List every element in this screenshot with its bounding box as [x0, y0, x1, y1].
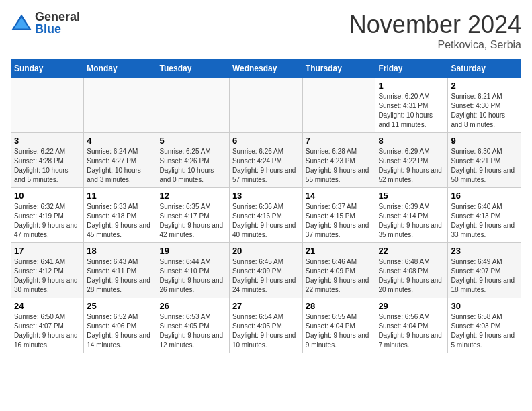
day-number: 25	[87, 301, 153, 311]
calendar-cell: 28Sunrise: 6:55 AM Sunset: 4:04 PM Dayli…	[302, 298, 375, 353]
calendar-cell: 8Sunrise: 6:29 AM Sunset: 4:22 PM Daylig…	[375, 133, 448, 188]
weekday-header: Tuesday	[157, 60, 229, 78]
title-block: November 2024 Petkovica, Serbia	[349, 11, 521, 51]
day-number: 7	[306, 136, 373, 146]
day-info: Sunrise: 6:26 AM Sunset: 4:24 PM Dayligh…	[232, 147, 300, 185]
calendar-cell	[302, 78, 375, 133]
calendar-cell	[157, 78, 229, 133]
day-number: 13	[232, 191, 300, 201]
day-info: Sunrise: 6:25 AM Sunset: 4:26 PM Dayligh…	[160, 147, 226, 185]
day-number: 26	[160, 301, 226, 311]
weekday-row: SundayMondayTuesdayWednesdayThursdayFrid…	[11, 60, 521, 78]
day-info: Sunrise: 6:39 AM Sunset: 4:14 PM Dayligh…	[378, 202, 445, 240]
calendar-cell: 21Sunrise: 6:46 AM Sunset: 4:09 PM Dayli…	[302, 243, 375, 298]
day-number: 22	[378, 246, 445, 256]
calendar-cell: 10Sunrise: 6:32 AM Sunset: 4:19 PM Dayli…	[11, 188, 84, 243]
calendar-cell: 25Sunrise: 6:52 AM Sunset: 4:06 PM Dayli…	[84, 298, 157, 353]
calendar-week: 10Sunrise: 6:32 AM Sunset: 4:19 PM Dayli…	[11, 188, 521, 243]
calendar: SundayMondayTuesdayWednesdayThursdayFrid…	[11, 59, 521, 353]
day-number: 20	[232, 246, 300, 256]
calendar-cell: 7Sunrise: 6:28 AM Sunset: 4:23 PM Daylig…	[302, 133, 375, 188]
day-info: Sunrise: 6:48 AM Sunset: 4:08 PM Dayligh…	[378, 257, 445, 295]
day-info: Sunrise: 6:45 AM Sunset: 4:09 PM Dayligh…	[232, 257, 300, 295]
calendar-cell: 13Sunrise: 6:36 AM Sunset: 4:16 PM Dayli…	[229, 188, 302, 243]
day-number: 3	[14, 136, 81, 146]
location: Petkovica, Serbia	[349, 39, 521, 51]
day-number: 8	[378, 136, 445, 146]
day-number: 28	[306, 301, 373, 311]
day-info: Sunrise: 6:33 AM Sunset: 4:18 PM Dayligh…	[87, 202, 153, 240]
logo: General Blue	[11, 11, 80, 35]
weekday-header: Thursday	[302, 60, 375, 78]
calendar-cell: 27Sunrise: 6:54 AM Sunset: 4:05 PM Dayli…	[229, 298, 302, 353]
page-header: General Blue November 2024 Petkovica, Se…	[11, 11, 521, 51]
day-number: 5	[160, 136, 226, 146]
calendar-cell: 19Sunrise: 6:44 AM Sunset: 4:10 PM Dayli…	[157, 243, 229, 298]
day-number: 18	[87, 246, 153, 256]
calendar-cell: 5Sunrise: 6:25 AM Sunset: 4:26 PM Daylig…	[157, 133, 229, 188]
day-info: Sunrise: 6:52 AM Sunset: 4:06 PM Dayligh…	[87, 312, 153, 350]
day-info: Sunrise: 6:53 AM Sunset: 4:05 PM Dayligh…	[160, 312, 226, 350]
day-info: Sunrise: 6:30 AM Sunset: 4:21 PM Dayligh…	[451, 147, 518, 185]
day-number: 30	[451, 301, 518, 311]
day-info: Sunrise: 6:24 AM Sunset: 4:27 PM Dayligh…	[87, 147, 153, 185]
day-info: Sunrise: 6:54 AM Sunset: 4:05 PM Dayligh…	[232, 312, 300, 350]
calendar-week: 24Sunrise: 6:50 AM Sunset: 4:07 PM Dayli…	[11, 298, 521, 353]
day-info: Sunrise: 6:46 AM Sunset: 4:09 PM Dayligh…	[306, 257, 373, 295]
calendar-cell: 2Sunrise: 6:21 AM Sunset: 4:30 PM Daylig…	[448, 78, 521, 133]
day-number: 12	[160, 191, 226, 201]
day-info: Sunrise: 6:50 AM Sunset: 4:07 PM Dayligh…	[14, 312, 81, 350]
day-number: 17	[14, 246, 81, 256]
day-number: 2	[451, 81, 518, 91]
day-info: Sunrise: 6:29 AM Sunset: 4:22 PM Dayligh…	[378, 147, 445, 185]
weekday-header: Wednesday	[229, 60, 302, 78]
calendar-cell: 22Sunrise: 6:48 AM Sunset: 4:08 PM Dayli…	[375, 243, 448, 298]
calendar-cell: 29Sunrise: 6:56 AM Sunset: 4:04 PM Dayli…	[375, 298, 448, 353]
weekday-header: Saturday	[448, 60, 521, 78]
calendar-cell: 11Sunrise: 6:33 AM Sunset: 4:18 PM Dayli…	[84, 188, 157, 243]
logo-icon	[11, 13, 32, 32]
calendar-week: 3Sunrise: 6:22 AM Sunset: 4:28 PM Daylig…	[11, 133, 521, 188]
day-info: Sunrise: 6:40 AM Sunset: 4:13 PM Dayligh…	[451, 202, 518, 240]
calendar-week: 17Sunrise: 6:41 AM Sunset: 4:12 PM Dayli…	[11, 243, 521, 298]
calendar-cell: 6Sunrise: 6:26 AM Sunset: 4:24 PM Daylig…	[229, 133, 302, 188]
calendar-cell	[229, 78, 302, 133]
calendar-cell: 17Sunrise: 6:41 AM Sunset: 4:12 PM Dayli…	[11, 243, 84, 298]
calendar-cell: 24Sunrise: 6:50 AM Sunset: 4:07 PM Dayli…	[11, 298, 84, 353]
calendar-header: SundayMondayTuesdayWednesdayThursdayFrid…	[11, 60, 521, 78]
calendar-cell: 26Sunrise: 6:53 AM Sunset: 4:05 PM Dayli…	[157, 298, 229, 353]
day-info: Sunrise: 6:32 AM Sunset: 4:19 PM Dayligh…	[14, 202, 81, 240]
day-info: Sunrise: 6:56 AM Sunset: 4:04 PM Dayligh…	[378, 312, 445, 350]
day-number: 29	[378, 301, 445, 311]
calendar-cell	[84, 78, 157, 133]
calendar-cell: 1Sunrise: 6:20 AM Sunset: 4:31 PM Daylig…	[375, 78, 448, 133]
calendar-cell: 16Sunrise: 6:40 AM Sunset: 4:13 PM Dayli…	[448, 188, 521, 243]
day-number: 21	[306, 246, 373, 256]
day-number: 16	[451, 191, 518, 201]
day-info: Sunrise: 6:43 AM Sunset: 4:11 PM Dayligh…	[87, 257, 153, 295]
day-info: Sunrise: 6:37 AM Sunset: 4:15 PM Dayligh…	[306, 202, 373, 240]
day-number: 27	[232, 301, 300, 311]
day-info: Sunrise: 6:49 AM Sunset: 4:07 PM Dayligh…	[451, 257, 518, 295]
day-info: Sunrise: 6:36 AM Sunset: 4:16 PM Dayligh…	[232, 202, 300, 240]
calendar-cell: 30Sunrise: 6:58 AM Sunset: 4:03 PM Dayli…	[448, 298, 521, 353]
calendar-cell: 14Sunrise: 6:37 AM Sunset: 4:15 PM Dayli…	[302, 188, 375, 243]
calendar-cell: 20Sunrise: 6:45 AM Sunset: 4:09 PM Dayli…	[229, 243, 302, 298]
weekday-header: Monday	[84, 60, 157, 78]
day-number: 4	[87, 136, 153, 146]
day-info: Sunrise: 6:58 AM Sunset: 4:03 PM Dayligh…	[451, 312, 518, 350]
day-number: 24	[14, 301, 81, 311]
day-number: 1	[378, 81, 445, 91]
day-number: 19	[160, 246, 226, 256]
day-info: Sunrise: 6:44 AM Sunset: 4:10 PM Dayligh…	[160, 257, 226, 295]
day-number: 10	[14, 191, 81, 201]
day-info: Sunrise: 6:35 AM Sunset: 4:17 PM Dayligh…	[160, 202, 226, 240]
day-info: Sunrise: 6:41 AM Sunset: 4:12 PM Dayligh…	[14, 257, 81, 295]
day-number: 9	[451, 136, 518, 146]
day-info: Sunrise: 6:21 AM Sunset: 4:30 PM Dayligh…	[451, 92, 518, 130]
calendar-cell: 3Sunrise: 6:22 AM Sunset: 4:28 PM Daylig…	[11, 133, 84, 188]
calendar-cell	[11, 78, 84, 133]
calendar-cell: 18Sunrise: 6:43 AM Sunset: 4:11 PM Dayli…	[84, 243, 157, 298]
logo-blue: Blue	[35, 23, 80, 35]
logo-general: General	[35, 11, 80, 23]
